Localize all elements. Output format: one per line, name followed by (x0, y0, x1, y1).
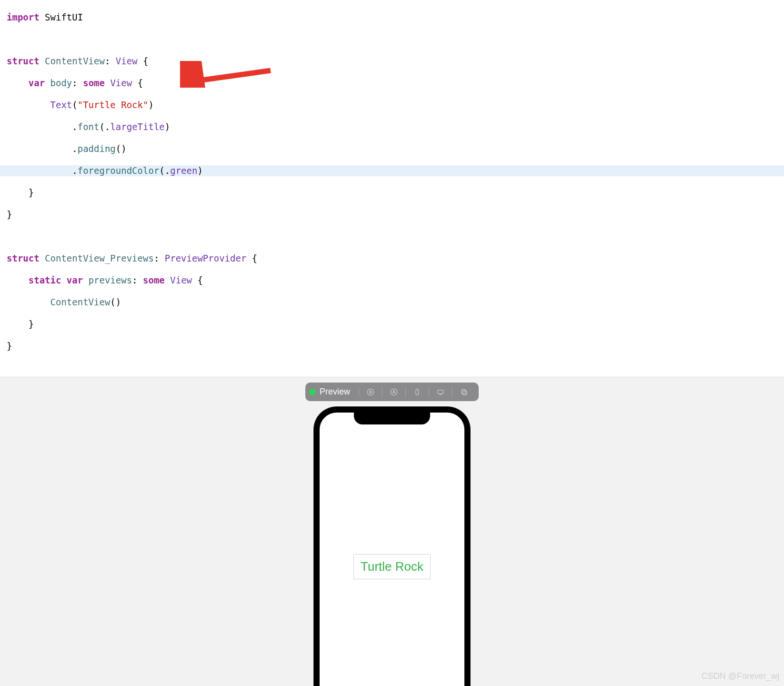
live-preview-icon[interactable] (362, 387, 379, 397)
toolbar-separator (382, 387, 382, 397)
device-notch (354, 412, 430, 424)
code-line: .padding() (0, 143, 784, 154)
toolbar-separator (405, 387, 406, 397)
code-line: } (0, 209, 784, 220)
svg-point-0 (367, 389, 373, 395)
device-settings-icon[interactable] (409, 387, 426, 397)
code-line: Text("Turtle Rock") (0, 100, 784, 111)
inspect-selectable-icon[interactable] (385, 387, 402, 397)
code-line: import SwiftUI (0, 12, 784, 23)
toolbar-separator (429, 387, 429, 397)
code-editor[interactable]: import SwiftUI struct ContentView: View … (0, 0, 784, 377)
code-line (0, 231, 784, 242)
device-simulator: Turtle Rock (314, 407, 470, 686)
preview-toolbar-label: Preview (320, 387, 350, 397)
preview-canvas: Preview Turtle Rock (0, 377, 784, 686)
svg-rect-8 (463, 391, 467, 394)
code-line: } (0, 187, 784, 198)
app-screen: Turtle Rock (320, 413, 464, 686)
code-line: } (0, 319, 784, 330)
preview-toolbar: Preview (305, 383, 479, 401)
text-view-selected[interactable]: Turtle Rock (353, 554, 431, 579)
status-indicator-icon (309, 389, 316, 395)
code-line: } (0, 341, 784, 352)
toolbar-separator (452, 387, 452, 397)
duplicate-preview-icon[interactable] (455, 387, 472, 397)
code-line: static var previews: some View { (0, 275, 784, 286)
svg-rect-5 (438, 390, 443, 393)
watermark-text: CSDN @Forever_wj (702, 671, 779, 681)
code-line-highlighted: .foregroundColor(.green) (0, 165, 784, 176)
svg-marker-1 (370, 391, 372, 393)
code-line: struct ContentView: View { (0, 56, 784, 67)
svg-rect-7 (462, 390, 465, 393)
code-line: .font(.largeTitle) (0, 121, 784, 132)
toolbar-separator (359, 387, 359, 397)
code-line: struct ContentView_Previews: PreviewProv… (0, 253, 784, 264)
code-line: var body: some View { (0, 78, 784, 89)
preview-on-device-icon[interactable] (432, 387, 449, 397)
code-line: ContentView() (0, 297, 784, 308)
code-line (0, 34, 784, 45)
